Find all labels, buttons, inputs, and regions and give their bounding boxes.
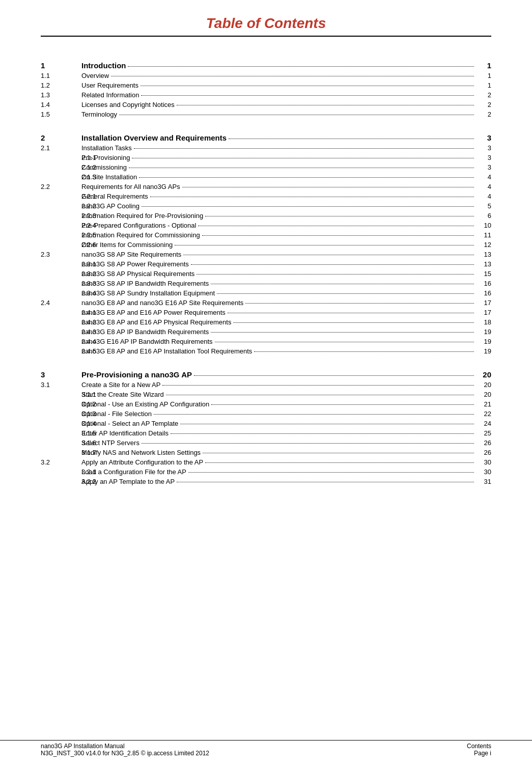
toc-row-3-2: 3.2Apply an Attribute Configuration to t… bbox=[41, 457, 491, 467]
toc-dots bbox=[175, 245, 474, 245]
toc-row-2-2-6: 2.2.6Other Items for Commissioning12 bbox=[41, 240, 491, 250]
toc-title-2-4-3: nano3G E8 AP IP Bandwidth Requirements bbox=[81, 328, 209, 336]
toc-title-2-4: nano3G E8 AP and nano3G E16 AP Site Requ… bbox=[81, 299, 243, 307]
toc-title-3-1-1: Start the Create Site Wizard bbox=[81, 391, 164, 398]
toc-title-1-2: User Requirements bbox=[81, 81, 138, 89]
toc-row-3-1-6: 3.1.6Select NTP Servers26 bbox=[41, 438, 491, 448]
toc-section-page-1: 1 bbox=[476, 61, 491, 70]
toc-num-1-1: 1.1 bbox=[41, 72, 81, 79]
toc-title-3-1-5: Enter AP Identification Details bbox=[81, 429, 169, 437]
footer-right-line2: Page i bbox=[467, 750, 491, 757]
toc-page-2-1-1: 3 bbox=[476, 154, 491, 161]
toc-page-2-3-3: 16 bbox=[476, 280, 491, 287]
toc-page-2-2-4: 10 bbox=[476, 222, 491, 229]
toc-section-title-2: Installation Overview and Requirements bbox=[81, 133, 227, 142]
toc-row-3-1-3: 3.1.3Optional - File Selection22 bbox=[41, 409, 491, 419]
toc-title-2-1-1: Pre-Provisioning bbox=[81, 154, 130, 161]
toc-num-3-1-3: 3.1.3 bbox=[41, 410, 81, 418]
toc-title-2-2-1: General Requirements bbox=[81, 193, 148, 200]
footer-left: nano3G AP Installation Manual N3G_INST_3… bbox=[41, 743, 209, 757]
toc-num-2-4: 2.4 bbox=[41, 299, 81, 307]
footer-right-line1: Contents bbox=[467, 743, 491, 750]
toc-dots bbox=[177, 105, 474, 105]
toc-section-number-1: 1 bbox=[41, 61, 81, 70]
toc-row-2-2-1: 2.2.1General Requirements4 bbox=[41, 191, 491, 201]
toc-num-3-2-1: 3.2.1 bbox=[41, 468, 81, 476]
toc-dots bbox=[245, 303, 474, 304]
toc-title-2-4-1: nano3G E8 AP and E16 AP Power Requiremen… bbox=[81, 309, 226, 316]
toc-page-2-4-1: 17 bbox=[476, 309, 491, 316]
toc-row-2-3-1: 2.3.1nano3G S8 AP Power Requirements13 bbox=[41, 259, 491, 269]
toc-title-3-1-2: Optional - Use an Existing AP Configurat… bbox=[81, 400, 209, 408]
toc-title-2-2-4: Pre-Prepared Configurations - Optional bbox=[81, 222, 196, 229]
toc-num-3-1: 3.1 bbox=[41, 381, 81, 389]
toc-row-2-3-2: 2.3.2nano3G S8 AP Physical Requirements1… bbox=[41, 269, 491, 279]
toc-row-3-2-1: 3.2.1Load a Configuration File for the A… bbox=[41, 467, 491, 477]
toc-dots bbox=[177, 482, 474, 482]
toc-title-2-2-2: nano3G AP Cooling bbox=[81, 202, 139, 210]
toc-row-2-2: 2.2Requirements for All nano3G APs4 bbox=[41, 182, 491, 191]
toc-row-3-1: 3.1Create a Site for a New AP20 bbox=[41, 380, 491, 390]
toc-dots bbox=[228, 313, 474, 313]
toc-dots bbox=[162, 385, 474, 386]
toc-dots bbox=[211, 404, 474, 405]
toc-page-2-2-6: 12 bbox=[476, 241, 491, 249]
toc-page-3-2-1: 30 bbox=[476, 468, 491, 476]
toc-num-1-4: 1.4 bbox=[41, 101, 81, 108]
toc-row-2-4-5: 2.4.5nano3G E8 AP and E16 AP Installatio… bbox=[41, 346, 491, 356]
toc-num-1-3: 1.3 bbox=[41, 91, 81, 99]
toc-page-2-3-1: 13 bbox=[476, 260, 491, 268]
toc-page-2-4-2: 18 bbox=[476, 318, 491, 326]
toc-title-2-3-2: nano3G S8 AP Physical Requirements bbox=[81, 270, 194, 278]
toc-section-number-3: 3 bbox=[41, 370, 81, 379]
toc-row-2-4-2: 2.4.2nano3G E8 AP and E16 AP Physical Re… bbox=[41, 317, 491, 327]
toc-dots bbox=[202, 235, 474, 236]
toc-page-2-2-3: 6 bbox=[476, 212, 491, 220]
toc-page-3-2: 30 bbox=[476, 458, 491, 466]
toc-num-3-1-4: 3.1.4 bbox=[41, 420, 81, 427]
toc-title-2-3-4: nano3G S8 AP Sundry Installation Equipme… bbox=[81, 289, 215, 297]
toc-dots bbox=[194, 375, 474, 376]
toc-title-3-1-4: Optional - Select an AP Template bbox=[81, 420, 178, 427]
toc-title-2-3-3: nano3G S8 AP IP Bandwidth Requirements bbox=[81, 280, 209, 287]
toc-dots bbox=[142, 443, 474, 444]
toc-dots bbox=[198, 226, 474, 226]
toc-title-2-2-3: Information Required for Pre-Provisionin… bbox=[81, 212, 203, 220]
toc-page-3-2-2: 31 bbox=[476, 478, 491, 485]
toc-row-3-1-7: 3.1.7Modify NAS and Network Listen Setti… bbox=[41, 448, 491, 457]
toc-title-2-4-5: nano3G E8 AP and E16 AP Installation Too… bbox=[81, 347, 252, 355]
toc-num-2-2: 2.2 bbox=[41, 183, 81, 190]
toc-num-2-1-3: 2.1.3 bbox=[41, 173, 81, 181]
page-title: Table of Contents bbox=[41, 15, 491, 32]
toc-page-1-2: 1 bbox=[476, 81, 491, 89]
toc-num-2-2-4: 2.2.4 bbox=[41, 222, 81, 229]
toc-dots bbox=[128, 66, 474, 67]
toc-title-2-2-5: Information Required for Commissioning bbox=[81, 231, 200, 239]
toc-dots bbox=[211, 284, 474, 284]
toc-row-2-2-4: 2.2.4Pre-Prepared Configurations - Optio… bbox=[41, 221, 491, 230]
toc-section-number-2: 2 bbox=[41, 133, 81, 142]
footer-left-line2: N3G_INST_300 v14.0 for N3G_2.85 © ip.acc… bbox=[41, 750, 209, 757]
footer: nano3G AP Installation Manual N3G_INST_3… bbox=[0, 740, 532, 757]
toc-dots bbox=[188, 472, 474, 473]
toc-row-2-4-3: 2.4.3nano3G E8 AP IP Bandwidth Requireme… bbox=[41, 327, 491, 337]
toc-title-2-1-2: Commissioning bbox=[81, 163, 127, 171]
toc-row-2-1: 2.1Installation Tasks3 bbox=[41, 143, 491, 153]
toc-dots bbox=[134, 148, 474, 149]
toc-num-1-2: 1.2 bbox=[41, 81, 81, 89]
toc-num-2-2-3: 2.2.3 bbox=[41, 212, 81, 220]
toc-section-header-2: 2Installation Overview and Requirements3 bbox=[41, 132, 491, 143]
toc-num-2-1-1: 2.1.1 bbox=[41, 154, 81, 161]
toc-dots bbox=[197, 274, 474, 275]
toc-num-2-3: 2.3 bbox=[41, 251, 81, 258]
toc-dots bbox=[141, 86, 474, 86]
toc-section-header-1: 1Introduction1 bbox=[41, 60, 491, 71]
toc-num-2-2-1: 2.2.1 bbox=[41, 193, 81, 200]
toc-num-3-1-1: 3.1.1 bbox=[41, 391, 81, 398]
toc-row-2-1-3: 2.1.3On Site Installation4 bbox=[41, 172, 491, 182]
toc-title-2-4-2: nano3G E8 AP and E16 AP Physical Require… bbox=[81, 318, 231, 326]
toc-title-1-1: Overview bbox=[81, 72, 109, 79]
toc-page-3-1-6: 26 bbox=[476, 439, 491, 447]
toc-page-2-4-4: 19 bbox=[476, 338, 491, 345]
toc-title-3-1-7: Modify NAS and Network Listen Settings bbox=[81, 449, 201, 456]
